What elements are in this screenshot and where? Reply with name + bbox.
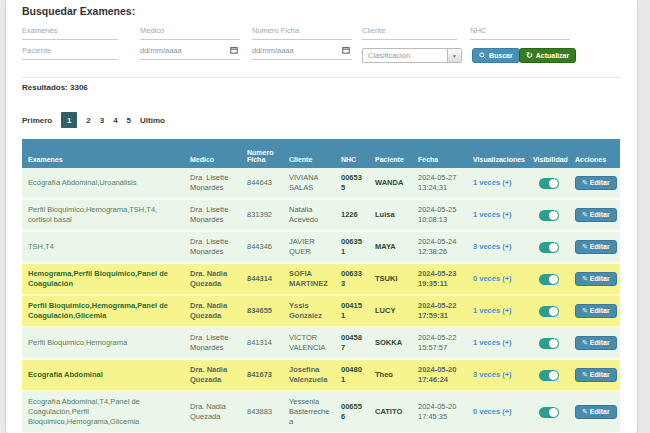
pagination-item-5[interactable]: 5 <box>127 116 131 125</box>
cell-examenes: Perfil Bioquímico,Hemograma,Panel de Coa… <box>22 295 184 327</box>
results-table: Examenes Medico Numero Ficha Cliente NHC… <box>22 139 620 433</box>
cell-numero-ficha: 834655 <box>241 295 283 327</box>
visibility-toggle[interactable] <box>539 274 559 285</box>
editar-button[interactable]: ✎ Editar <box>575 304 617 318</box>
cell-numero-ficha: 841314 <box>241 327 283 359</box>
editar-button[interactable]: ✎ Editar <box>575 176 617 190</box>
editar-button[interactable]: ✎ Editar <box>575 336 617 350</box>
numero-ficha-input[interactable] <box>252 22 352 40</box>
cell-cliente: Yssis Gonzalez <box>283 295 335 327</box>
col-paciente: Paciente <box>369 139 412 168</box>
cell-visibilidad <box>527 231 569 263</box>
editar-button[interactable]: ✎ Editar <box>575 240 617 254</box>
veces-link[interactable]: 1 veces (+) <box>473 210 512 219</box>
pagination-item-1[interactable]: 1 <box>61 112 77 128</box>
pagination-item-4[interactable]: 4 <box>113 116 117 125</box>
veces-link[interactable]: 1 veces (+) <box>473 306 512 315</box>
visibility-toggle[interactable] <box>539 242 559 253</box>
pagination-item-3[interactable]: 3 <box>100 116 104 125</box>
pagination: Primero12345Ultimo <box>22 112 165 128</box>
cell-nhc: 004587 <box>335 327 369 359</box>
cell-visualizaciones: 0 veces (+) <box>467 263 527 295</box>
cell-paciente: WANDA <box>369 168 412 199</box>
results-count: Resultados: 3306 <box>22 83 88 92</box>
cliente-input[interactable] <box>362 22 457 40</box>
date-to-input[interactable]: dd/mm/aaaa <box>252 42 352 60</box>
col-numero-ficha: Numero Ficha <box>241 139 283 168</box>
veces-link[interactable]: 0 veces (+) <box>473 274 512 283</box>
visibility-toggle[interactable] <box>539 338 559 349</box>
cell-medico: Dra. Lisette Monardes <box>184 199 241 231</box>
cell-nhc: 006556 <box>335 391 369 433</box>
buscar-button[interactable]: Buscar <box>472 48 520 63</box>
chevron-down-icon[interactable]: ▼ <box>447 49 461 62</box>
table-row: Perfil Bioquimico,Hemograma,TSH,T4, cort… <box>22 199 620 231</box>
actualizar-button[interactable]: ↻ Actualizar <box>519 48 576 63</box>
date-from-input[interactable]: dd/mm/aaaa <box>140 42 240 60</box>
visibility-toggle[interactable] <box>539 178 559 189</box>
table-row: Ecografía Abdominal,Uroanálisis Dra. Lis… <box>22 168 620 199</box>
nhc-input[interactable] <box>470 22 570 40</box>
buscar-label: Buscar <box>489 52 513 59</box>
pencil-icon: ✎ <box>582 211 588 218</box>
cell-visibilidad <box>527 359 569 391</box>
visibility-toggle[interactable] <box>539 306 559 317</box>
pagination-item-primero[interactable]: Primero <box>22 116 52 125</box>
cell-visualizaciones: 3 veces (+) <box>467 359 527 391</box>
veces-link[interactable]: 3 veces (+) <box>473 242 512 251</box>
veces-link[interactable]: 0 veces (+) <box>473 407 512 416</box>
cell-fecha: 2024-05-2017:45:35 <box>412 391 467 433</box>
editar-button[interactable]: ✎ Editar <box>575 368 617 382</box>
calendar-icon[interactable] <box>342 46 350 56</box>
paciente-input[interactable] <box>22 42 118 60</box>
cell-nhc: 004151 <box>335 295 369 327</box>
clasificacion-select[interactable]: Clasificación ▼ <box>362 48 462 63</box>
calendar-icon[interactable] <box>230 46 238 56</box>
cell-visualizaciones: 1 veces (+) <box>467 295 527 327</box>
cell-paciente: SOKKA <box>369 327 412 359</box>
cell-medico: Dra. Nadia Quezada <box>184 295 241 327</box>
actualizar-label: Actualizar <box>536 52 569 59</box>
cell-medico: Dra. Lisette Monardes <box>184 231 241 263</box>
col-examenes: Examenes <box>22 139 184 168</box>
toggle-knob <box>549 211 558 220</box>
editar-button[interactable]: ✎ Editar <box>575 272 617 286</box>
cell-nhc: 006333 <box>335 263 369 295</box>
cell-cliente: SOFIA MARTINEZ <box>283 263 335 295</box>
cell-examenes: Ecografía Abdominal <box>22 359 184 391</box>
editar-button[interactable]: ✎ Editar <box>575 405 617 419</box>
pagination-item-2[interactable]: 2 <box>86 116 90 125</box>
veces-link[interactable]: 1 veces (+) <box>473 178 512 187</box>
toggle-knob <box>549 243 558 252</box>
cell-visualizaciones: 1 veces (+) <box>467 199 527 231</box>
table-row: Perfil Bioquimico,Hemograma Dra. Lisette… <box>22 327 620 359</box>
cell-nhc: 004801 <box>335 359 369 391</box>
cell-nhc: 006351 <box>335 231 369 263</box>
cell-examenes: TSH,T4 <box>22 231 184 263</box>
veces-link[interactable]: 1 veces (+) <box>473 338 512 347</box>
cell-numero-ficha: 843883 <box>241 391 283 433</box>
cell-cliente: Yessenia Basterrechea <box>283 391 335 433</box>
col-visualizaciones: Visualizaciones <box>467 139 527 168</box>
cell-acciones: ✎ Editar <box>569 327 620 359</box>
cell-fecha: 2024-05-2713:24:31 <box>412 168 467 199</box>
examenes-input[interactable] <box>22 22 118 40</box>
medico-input[interactable] <box>140 22 240 40</box>
table-row: Ecografía Abdominal Dra. Nadia Quezada 8… <box>22 359 620 391</box>
visibility-toggle[interactable] <box>539 370 559 381</box>
cell-paciente: TSUKI <box>369 263 412 295</box>
cell-cliente: Josefina Valenzuela <box>283 359 335 391</box>
editar-button[interactable]: ✎ Editar <box>575 208 617 222</box>
cell-nhc: 1226 <box>335 199 369 231</box>
col-fecha: Fecha <box>412 139 467 168</box>
veces-link[interactable]: 3 veces (+) <box>473 370 512 379</box>
cell-numero-ficha: 844346 <box>241 231 283 263</box>
visibility-toggle[interactable] <box>539 407 559 418</box>
col-acciones: Acciones <box>569 139 620 168</box>
cell-fecha: 2024-05-2412:38:26 <box>412 231 467 263</box>
col-visibilidad: Visibilidad <box>527 139 569 168</box>
cell-visibilidad <box>527 327 569 359</box>
visibility-toggle[interactable] <box>539 210 559 221</box>
toggle-knob <box>549 371 558 380</box>
pagination-item-ultimo[interactable]: Ultimo <box>140 116 165 125</box>
